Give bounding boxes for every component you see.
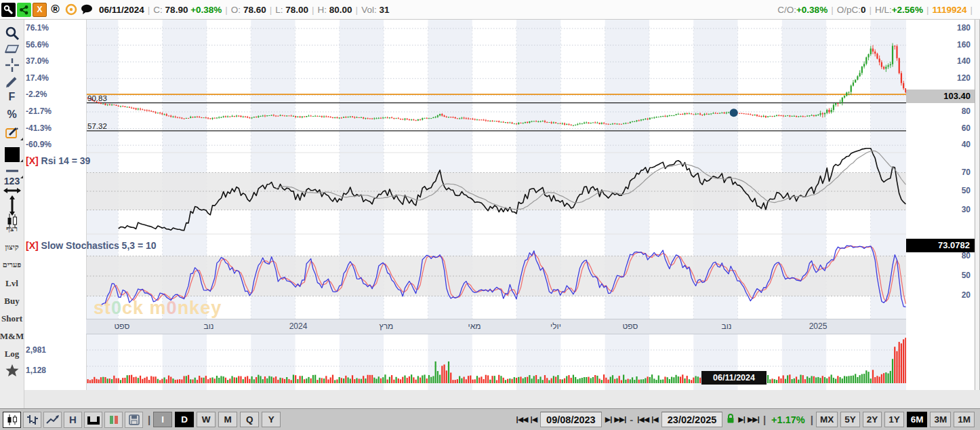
target-icon[interactable]: [64, 3, 78, 17]
stoch-axis-label: 20: [906, 290, 971, 300]
price-indicator-chart[interactable]: [86, 20, 906, 319]
sidebar-item-רצף[interactable]: רצף: [0, 221, 24, 236]
range-button-3M[interactable]: 3M: [930, 412, 951, 427]
time-axis-label: נוב: [204, 321, 214, 331]
share-icon[interactable]: [17, 3, 31, 17]
stochastics-title[interactable]: [X] Slow Stochastics 5,3 = 10: [26, 240, 157, 251]
period-button-D[interactable]: D: [175, 412, 194, 427]
price-axis-label: 160: [906, 40, 971, 50]
opc-label: O/pC:: [837, 5, 861, 15]
stoch-remove-button[interactable]: [X]: [26, 240, 39, 251]
excel-icon[interactable]: X: [33, 3, 47, 17]
registered-icon[interactable]: ®: [48, 3, 62, 17]
selected-date-tag: 06/11/2024: [701, 371, 767, 385]
range-button-1M[interactable]: 1M: [954, 412, 975, 427]
bottom-toolbar: H | IDWMQY |◀◀|◀09/08/2023▶|▶▶|-|◀◀|◀23/…: [0, 408, 980, 430]
time-axis-label: נוב: [722, 321, 732, 331]
volume-chart[interactable]: [86, 334, 906, 390]
volume-label: Vol:: [361, 5, 377, 15]
period-button-Y[interactable]: Y: [262, 412, 281, 427]
volume-type-button[interactable]: [104, 412, 123, 428]
percent-axis-label: 56.6%: [26, 40, 49, 50]
nav-range-end-prev-icon[interactable]: |◀: [650, 415, 659, 424]
range-button-5Y[interactable]: 5Y: [840, 412, 860, 427]
resistance-level-label: 90.83: [87, 94, 107, 102]
vertical-scrollbar[interactable]: [975, 20, 980, 390]
separator: |: [808, 414, 816, 425]
period-button-I[interactable]: I: [153, 412, 172, 427]
search-icon[interactable]: [0, 26, 24, 41]
sidebar-item-%[interactable]: %: [0, 107, 24, 122]
chart-canvas: ספטנוב2024מרץמאייוליספטנוב2025 76.1%56.6…: [24, 20, 980, 390]
high-label: H:: [318, 5, 327, 15]
quote-date: 06/11/2024: [99, 5, 144, 15]
rsi-axis-label: 30: [906, 205, 971, 215]
chart-type-tools: H: [3, 412, 145, 428]
rsi-title[interactable]: [X] Rsi 14 = 39: [26, 155, 90, 166]
sidebar-item-label: Short: [1, 313, 22, 324]
swatch-icon[interactable]: [0, 147, 24, 162]
sidebar-item-Log[interactable]: Log: [0, 347, 24, 361]
low-label: L:: [275, 5, 283, 15]
sidebar-item-Buy[interactable]: Buy: [0, 294, 24, 309]
eraser-icon[interactable]: [0, 41, 24, 56]
rsi-axis-label: 70: [906, 168, 971, 178]
v-scale-icon[interactable]: [0, 198, 24, 213]
price-axis-label: 80: [906, 106, 971, 117]
range-button-6M[interactable]: 6M: [907, 412, 928, 427]
edit-icon[interactable]: [0, 125, 24, 140]
price-axis-label: 60: [906, 123, 971, 134]
nav-range-start-first-icon[interactable]: |◀◀: [515, 415, 529, 424]
ohlc-type-button[interactable]: [23, 412, 41, 428]
nav-range-start-next-icon[interactable]: ▶|: [604, 415, 613, 424]
sidebar-item-M&M[interactable]: M&M: [0, 329, 24, 344]
wrench-icon[interactable]: [1, 3, 16, 17]
nav-range-end-first-icon[interactable]: |◀◀: [636, 415, 650, 424]
sidebar-item-label: Log: [5, 349, 20, 359]
hl-value: +2.56%: [892, 5, 923, 15]
percent-axis-label: 17.4%: [26, 73, 49, 83]
period-button-W[interactable]: W: [197, 412, 216, 427]
top-quote-bar: X ® 06/11/2024 | C: 78.90 +0.38% | O: 78…: [0, 0, 980, 20]
pencil-icon[interactable]: [0, 74, 24, 89]
step-type-button[interactable]: [84, 412, 102, 428]
time-axis-label: מאי: [468, 321, 481, 331]
candlestick-type-button[interactable]: [3, 412, 21, 428]
period-button-Q[interactable]: Q: [240, 412, 259, 427]
to-date-field[interactable]: 23/02/2025: [661, 412, 723, 427]
sidebar-item-פערים[interactable]: פערים: [0, 257, 24, 272]
range-button-MX[interactable]: MX: [816, 412, 838, 427]
chat-icon[interactable]: [79, 3, 94, 17]
range-controls: |◀◀|◀09/08/2023▶|▶▶|-|◀◀|◀23/02/2025▶|▶▶…: [515, 412, 977, 427]
range-button-2Y[interactable]: 2Y: [863, 412, 882, 427]
percent-axis-label: -21.7%: [26, 106, 52, 117]
lock-icon[interactable]: [724, 413, 737, 427]
sidebar-item-קיצון[interactable]: קיצון: [0, 239, 24, 254]
nav-range-end-next-icon[interactable]: ▶|: [737, 415, 746, 424]
time-axis[interactable]: ספטנוב2024מרץמאייוליספטנוב2025: [86, 319, 906, 334]
nav-range-end-last-icon[interactable]: ▶▶|: [746, 415, 760, 424]
percent-axis-label: -2.2%: [26, 90, 47, 100]
from-date-field[interactable]: 09/08/2023: [540, 412, 602, 427]
save-button[interactable]: [125, 412, 143, 428]
nav-range-start-last-icon[interactable]: ▶▶|: [613, 415, 627, 424]
crosshair-icon[interactable]: [0, 58, 24, 73]
time-axis-label: ספט: [115, 321, 130, 331]
sidebar-item-Short[interactable]: Short: [0, 311, 24, 326]
nav-range-start-prev-icon[interactable]: |◀: [529, 415, 539, 424]
indicator-value-tag: 73.0782: [906, 239, 977, 252]
stoch-axis-label: 50: [906, 271, 971, 281]
period-button-M[interactable]: M: [218, 412, 237, 427]
sidebar-item-F[interactable]: F: [0, 90, 24, 104]
open-value: 78.60: [243, 5, 266, 15]
range-button-1Y[interactable]: 1Y: [884, 412, 904, 427]
h-type-button[interactable]: H: [64, 412, 82, 428]
sidebar-item-label: Lvl: [5, 278, 18, 289]
sidebar-item-label: F: [9, 91, 16, 103]
sidebar-item-Lvl[interactable]: Lvl: [0, 276, 24, 291]
star-icon[interactable]: [0, 363, 24, 378]
rsi-remove-button[interactable]: [X]: [26, 155, 39, 166]
low-value: 78.00: [285, 5, 308, 15]
topbar-right-stats: C/O:+0.38% | O/pC:0 | H/L:+2.56% | 11199…: [777, 5, 980, 15]
line-type-button[interactable]: [43, 412, 62, 428]
